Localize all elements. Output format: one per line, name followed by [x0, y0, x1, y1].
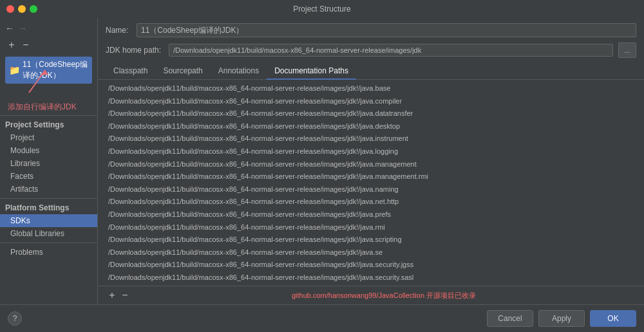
window-controls [6, 5, 37, 13]
list-toolbar: + − github.com/hansonwang99/JavaCollecti… [98, 286, 644, 304]
name-row: Name: [98, 18, 644, 42]
bottom-left: ? [8, 311, 22, 326]
sidebar-platform-settings-header: Platform Settings [0, 201, 97, 214]
sidebar-item-modules[interactable]: Modules [0, 144, 97, 157]
window-title: Project Structure [293, 5, 350, 14]
help-button[interactable]: ? [8, 311, 22, 326]
tab-annotations[interactable]: Annotations [211, 63, 267, 80]
tabs-bar: Classpath Sourcepath Annotations Documen… [98, 63, 644, 80]
ok-button[interactable]: OK [590, 310, 636, 327]
name-label: Name: [106, 26, 131, 35]
sidebar: ← → + − 📁 11（CodeSheep编译的JDK） 添加自行编译的JDK [0, 18, 98, 304]
list-item[interactable]: /Downloads/openjdk11/build/macosx-x86_64… [106, 82, 636, 95]
sdk-add-remove-row: + − [0, 37, 97, 54]
svg-marker-1 [41, 70, 48, 75]
jdk-path-label: JDK home path: [106, 46, 164, 55]
sidebar-item-facets[interactable]: Facets [0, 170, 97, 183]
list-item[interactable]: /Downloads/openjdk11/build/macosx-x86_64… [106, 208, 636, 221]
apply-button[interactable]: Apply [538, 310, 585, 327]
right-panel: Name: JDK home path: ... Classpath Sourc… [98, 18, 644, 304]
paths-list[interactable]: /Downloads/openjdk11/build/macosx-x86_64… [98, 80, 644, 286]
list-item[interactable]: /Downloads/openjdk11/build/macosx-x86_64… [106, 259, 636, 272]
sidebar-item-project[interactable]: Project [0, 131, 97, 144]
list-item[interactable]: /Downloads/openjdk11/build/macosx-x86_64… [106, 221, 636, 234]
list-item[interactable]: /Downloads/openjdk11/build/macosx-x86_64… [106, 120, 636, 133]
list-item[interactable]: /Downloads/openjdk11/build/macosx-x86_64… [106, 246, 636, 259]
close-button[interactable] [6, 5, 14, 13]
annotation-area: 添加自行编译的JDK [0, 86, 97, 113]
list-item[interactable]: /Downloads/openjdk11/build/macosx-x86_64… [106, 171, 636, 183]
remove-sdk-button[interactable]: − [19, 39, 32, 51]
list-item[interactable]: /Downloads/openjdk11/build/macosx-x86_64… [106, 107, 636, 120]
sidebar-item-artifacts[interactable]: Artifacts [0, 183, 97, 196]
add-path-button[interactable]: + [106, 289, 118, 302]
list-item[interactable]: /Downloads/openjdk11/build/macosx-x86_64… [106, 196, 636, 208]
cancel-button[interactable]: Cancel [487, 310, 533, 327]
add-sdk-button[interactable]: + [5, 39, 18, 51]
list-item[interactable]: /Downloads/openjdk11/build/macosx-x86_64… [106, 234, 636, 246]
name-input[interactable] [137, 23, 636, 37]
remove-path-button[interactable]: − [118, 289, 131, 302]
watermark-text: github.com/hansonwang99/JavaCollection 开… [131, 291, 636, 300]
sidebar-project-settings-header: Project Settings [0, 118, 97, 131]
tab-classpath[interactable]: Classpath [106, 63, 155, 80]
main-content: ← → + − 📁 11（CodeSheep编译的JDK） 添加自行编译的JDK [0, 18, 644, 304]
sidebar-nav-top: ← → [0, 22, 97, 37]
maximize-button[interactable] [30, 5, 37, 13]
bottom-bar: ? Cancel Apply OK [0, 304, 644, 332]
sidebar-item-libraries[interactable]: Libraries [0, 157, 97, 170]
list-item[interactable]: /Downloads/openjdk11/build/macosx-x86_64… [106, 145, 636, 158]
list-item[interactable]: /Downloads/openjdk11/build/macosx-x86_64… [106, 158, 636, 171]
list-item[interactable]: /Downloads/openjdk11/build/macosx-x86_64… [106, 272, 636, 284]
annotation-text: 添加自行编译的JDK [8, 102, 92, 113]
list-item[interactable]: /Downloads/openjdk11/build/macosx-x86_64… [106, 183, 636, 196]
title-bar: Project Structure [0, 0, 644, 18]
tab-sourcepath[interactable]: Sourcepath [155, 63, 210, 80]
jdk-path-input[interactable] [169, 44, 613, 57]
forward-arrow[interactable]: → [18, 23, 27, 33]
jdk-path-row: JDK home path: ... [98, 42, 644, 63]
back-arrow[interactable]: ← [5, 23, 14, 33]
browse-button[interactable]: ... [618, 42, 636, 58]
list-item[interactable]: /Downloads/openjdk11/build/macosx-x86_64… [106, 95, 636, 108]
annotation-arrow [10, 64, 48, 96]
list-item[interactable]: /Downloads/openjdk11/build/macosx-x86_64… [106, 133, 636, 145]
minimize-button[interactable] [18, 5, 26, 13]
sidebar-item-problems[interactable]: Problems [0, 246, 97, 259]
tab-documentation-paths[interactable]: Documentation Paths [267, 63, 356, 80]
sidebar-item-sdks[interactable]: SDKs [0, 214, 97, 227]
sidebar-item-global-libraries[interactable]: Global Libraries [0, 227, 97, 240]
